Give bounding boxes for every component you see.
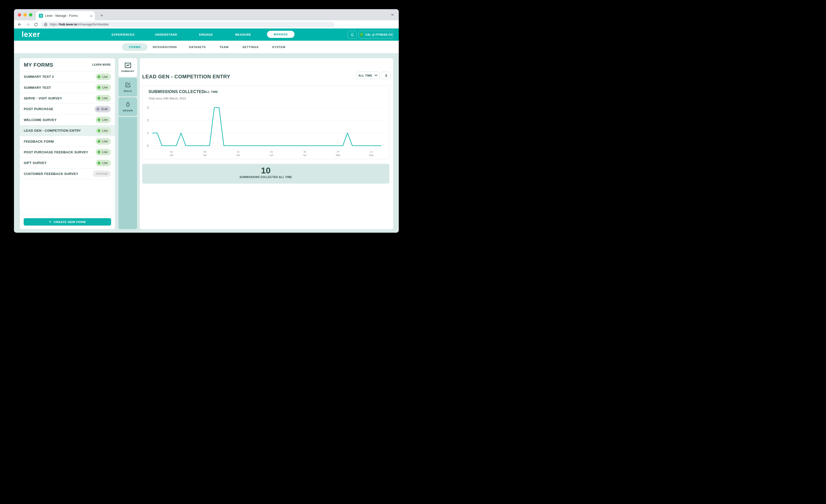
tab-settings[interactable]: SETTINGS [242,41,259,53]
my-forms-header: MY FORMS LEARN MORE [20,58,115,71]
form-name: SUMMARY TEST [24,86,51,89]
bell-icon [350,33,355,37]
form-name: POST PURCHASE FEEDBACK SURVEY [24,150,88,154]
tab-build[interactable]: BUILD [119,78,137,97]
status-dot-icon [98,162,101,165]
nav-measure[interactable]: MEASURE [235,28,251,41]
edit-square-icon [125,82,131,88]
browser-window: X Lexer - Manage - Forms × + https://hub… [14,9,399,233]
status-dot-icon [98,86,101,89]
stat-label: SUBMISSIONS COLLECTED ALL TIME [142,176,389,179]
download-icon [384,73,388,77]
new-tab-button[interactable]: + [99,12,105,19]
submissions-line-chart: 012302Apr09Apr16Apr23Apr30Apr07May14May [142,86,389,159]
my-forms-title: MY FORMS [24,62,53,68]
status-badge: Live [96,127,111,134]
svg-text:0: 0 [147,144,149,147]
tab-search-chevron-icon[interactable] [391,12,394,17]
chevron-down-icon [374,74,378,76]
tab-team[interactable]: TEAM [220,41,229,53]
content-area: MY FORMS LEARN MORE SUMMARY TEST 2LiveSU… [14,53,399,233]
nav-understand[interactable]: UNDERSTAND [155,28,177,41]
form-name: POST PURCHASE [24,107,53,111]
my-forms-panel: MY FORMS LEARN MORE SUMMARY TEST 2LiveSU… [20,58,115,229]
form-row[interactable]: WELCOME SURVEYLive [20,115,115,125]
download-button[interactable] [381,72,391,79]
form-row[interactable]: POST PURCHASEDraft [20,104,115,114]
status-badge: Live [96,117,111,123]
svg-text:23Apr: 23Apr [270,150,274,156]
app-header: lexer EXPERIENCES UNDERSTAND ENGAGE MEAS… [14,28,399,41]
browser-tab[interactable]: X Lexer - Manage - Forms × [36,11,95,20]
account-button[interactable]: CAL @ FITNESS CO [359,31,393,39]
status-dot-icon [98,140,101,143]
chart-frame-icon [125,63,131,68]
notifications-button[interactable] [348,31,357,39]
window-close-button[interactable] [18,13,21,16]
tab-forms-active[interactable]: FORMS [122,43,148,51]
forms-list: SUMMARY TEST 2LiveSUMMARY TESTLiveSERVE … [20,71,115,179]
status-badge: Archived [93,170,111,177]
tab-system[interactable]: SYSTEM [272,41,285,53]
create-new-form-button[interactable]: + CREATE NEW FORM [24,218,111,226]
svg-text:02Apr: 02Apr [170,150,173,156]
form-row[interactable]: POST PURCHASE FEEDBACK SURVEYLive [20,147,115,158]
status-dot-icon [98,129,101,132]
tab-datasets[interactable]: DATASETS [189,41,206,53]
status-badge: Live [96,95,111,102]
tool-sidebar-strip [119,117,137,229]
form-row[interactable]: FEEDBACK FORMLive [20,136,115,147]
form-row[interactable]: CUSTOMER FEEDBACK SURVEYArchived [20,169,115,179]
window-zoom-button[interactable] [29,13,32,16]
form-summary-panel: LEAD GEN - COMPETITION ENTRY ALL TIME SU… [140,58,393,229]
nav-experiences[interactable]: EXPERIENCES [112,28,135,41]
form-row[interactable]: SUMMARY TEST 2Live [20,71,115,82]
svg-text:07May: 07May [336,150,340,156]
form-name: FEEDBACK FORM [24,140,54,143]
svg-text:09Apr: 09Apr [203,150,207,156]
status-dot-icon [98,118,101,121]
back-button[interactable] [16,21,23,27]
tab-integrations[interactable]: INTEGRATIONS [153,41,177,53]
form-row[interactable]: SUMMARY TESTLive [20,82,115,93]
form-name: SERVE - VISIT SURVEY [24,97,62,100]
status-badge: Live [96,149,111,155]
reload-button[interactable] [33,21,39,27]
svg-text:14May: 14May [369,150,373,156]
account-label: CAL @ FITNESS CO [365,33,393,36]
form-name: CUSTOMER FEEDBACK SURVEY [24,172,78,176]
tab-summary-active[interactable]: SUMMARY [119,58,137,77]
lexer-logo[interactable]: lexer [21,30,40,39]
address-bar[interactable]: https://hub.lexer.io/#/manage/formbuilde… [41,22,335,27]
nav-engage[interactable]: ENGAGE [199,28,213,41]
tab-close-icon[interactable]: × [90,14,92,18]
form-row[interactable]: GIFT SURVEYLive [20,158,115,168]
nav-manage-active[interactable]: MANAGE [267,31,294,38]
time-range-dropdown[interactable]: ALL TIME [356,72,380,79]
status-badge: Live [96,160,111,166]
forward-button[interactable] [25,21,31,27]
status-dot-icon [98,75,101,78]
learn-more-link[interactable]: LEARN MORE [92,63,111,66]
submissions-chart-card: SUBMISSIONS COLLECTED ALL TIME Total sin… [142,86,389,159]
tab-title: Lexer - Manage - Forms [45,14,88,17]
lexer-favicon-icon: X [39,14,43,18]
globe-icon [44,23,48,26]
status-dot-icon [98,150,101,153]
plus-icon: + [49,219,51,224]
svg-text:3: 3 [147,106,149,109]
stat-panel: 10 SUBMISSIONS COLLECTED ALL TIME [142,164,389,184]
form-row[interactable]: LEAD GEN - COMPETITION ENTRYLive [20,125,115,136]
form-row[interactable]: SERVE - VISIT SURVEYLive [20,93,115,104]
form-name: GIFT SURVEY [24,161,47,165]
status-dot-icon [97,108,100,111]
form-name: SUMMARY TEST 2 [24,75,54,78]
tab-design[interactable]: DESIGN [119,98,137,116]
svg-text:1: 1 [147,132,149,134]
status-dot-icon [98,97,101,100]
divider [20,215,115,215]
status-badge: Live [96,138,111,145]
stat-value: 10 [142,166,389,175]
svg-text:30Apr: 30Apr [303,150,307,156]
window-minimize-button[interactable] [23,13,27,16]
